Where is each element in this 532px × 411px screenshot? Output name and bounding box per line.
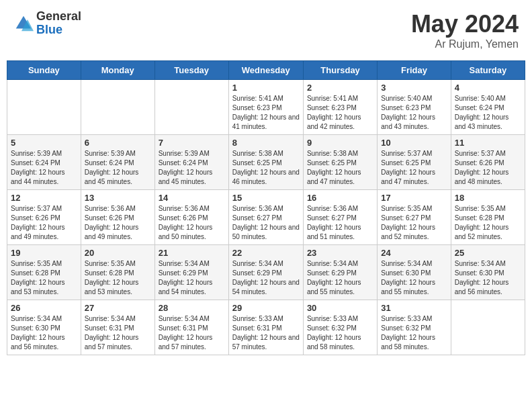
day-info: Sunrise: 5:34 AM Sunset: 6:30 PM Dayligh… <box>381 259 447 297</box>
day-info: Sunrise: 5:38 AM Sunset: 6:25 PM Dayligh… <box>307 149 373 187</box>
day-number: 16 <box>307 193 373 203</box>
calendar-cell: 27Sunrise: 5:34 AM Sunset: 6:31 PM Dayli… <box>81 300 154 355</box>
page-header: General Blue May 2024 Ar Rujum, Yemen <box>7 7 525 54</box>
day-info: Sunrise: 5:33 AM Sunset: 6:31 PM Dayligh… <box>232 314 300 352</box>
day-info: Sunrise: 5:36 AM Sunset: 6:26 PM Dayligh… <box>85 204 151 242</box>
calendar-cell: 23Sunrise: 5:34 AM Sunset: 6:29 PM Dayli… <box>303 245 377 300</box>
day-of-week-header: Wednesday <box>228 61 303 80</box>
calendar-week-row: 5Sunrise: 5:39 AM Sunset: 6:24 PM Daylig… <box>7 135 525 190</box>
day-of-week-header: Friday <box>378 61 451 80</box>
day-number: 3 <box>381 83 447 93</box>
calendar-cell: 19Sunrise: 5:35 AM Sunset: 6:28 PM Dayli… <box>7 245 81 300</box>
day-number: 4 <box>455 83 521 93</box>
day-info: Sunrise: 5:35 AM Sunset: 6:28 PM Dayligh… <box>455 204 521 242</box>
calendar-cell: 17Sunrise: 5:35 AM Sunset: 6:27 PM Dayli… <box>378 190 451 245</box>
calendar-cell: 4Sunrise: 5:40 AM Sunset: 6:24 PM Daylig… <box>451 80 525 135</box>
calendar-cell: 28Sunrise: 5:34 AM Sunset: 6:31 PM Dayli… <box>154 300 228 355</box>
day-of-week-header: Thursday <box>303 61 377 80</box>
day-number: 14 <box>159 193 225 203</box>
calendar-cell: 24Sunrise: 5:34 AM Sunset: 6:30 PM Dayli… <box>378 245 451 300</box>
day-number: 5 <box>11 138 77 148</box>
day-info: Sunrise: 5:33 AM Sunset: 6:32 PM Dayligh… <box>381 314 447 352</box>
day-info: Sunrise: 5:37 AM Sunset: 6:25 PM Dayligh… <box>381 149 447 187</box>
calendar-header-row: SundayMondayTuesdayWednesdayThursdayFrid… <box>7 61 525 80</box>
day-info: Sunrise: 5:34 AM Sunset: 6:29 PM Dayligh… <box>232 259 300 297</box>
calendar-cell: 21Sunrise: 5:34 AM Sunset: 6:29 PM Dayli… <box>154 245 228 300</box>
day-number: 25 <box>455 248 521 258</box>
calendar-cell: 26Sunrise: 5:34 AM Sunset: 6:30 PM Dayli… <box>7 300 81 355</box>
day-number: 2 <box>307 83 373 93</box>
day-number: 15 <box>232 193 300 203</box>
day-number: 17 <box>381 193 447 203</box>
calendar-table: SundayMondayTuesdayWednesdayThursdayFrid… <box>7 60 525 355</box>
day-info: Sunrise: 5:36 AM Sunset: 6:27 PM Dayligh… <box>307 204 373 242</box>
calendar-cell: 12Sunrise: 5:37 AM Sunset: 6:26 PM Dayli… <box>7 190 81 245</box>
calendar-cell: 11Sunrise: 5:37 AM Sunset: 6:26 PM Dayli… <box>451 135 525 190</box>
calendar-cell: 6Sunrise: 5:39 AM Sunset: 6:24 PM Daylig… <box>81 135 154 190</box>
calendar-cell: 25Sunrise: 5:34 AM Sunset: 6:30 PM Dayli… <box>451 245 525 300</box>
day-info: Sunrise: 5:34 AM Sunset: 6:30 PM Dayligh… <box>11 314 77 352</box>
day-info: Sunrise: 5:34 AM Sunset: 6:29 PM Dayligh… <box>159 259 225 297</box>
logo-blue-text: Blue <box>36 24 81 37</box>
logo-icon <box>13 13 34 34</box>
day-number: 26 <box>11 303 77 313</box>
day-info: Sunrise: 5:35 AM Sunset: 6:28 PM Dayligh… <box>11 259 77 297</box>
day-number: 6 <box>85 138 151 148</box>
calendar-cell: 8Sunrise: 5:38 AM Sunset: 6:25 PM Daylig… <box>228 135 303 190</box>
day-info: Sunrise: 5:34 AM Sunset: 6:31 PM Dayligh… <box>159 314 225 352</box>
title-area: May 2024 Ar Rujum, Yemen <box>411 10 519 50</box>
day-number: 30 <box>307 303 373 313</box>
day-info: Sunrise: 5:36 AM Sunset: 6:27 PM Dayligh… <box>232 204 300 242</box>
calendar-cell: 30Sunrise: 5:33 AM Sunset: 6:32 PM Dayli… <box>303 300 377 355</box>
calendar-week-row: 26Sunrise: 5:34 AM Sunset: 6:30 PM Dayli… <box>7 300 525 355</box>
day-number: 7 <box>159 138 225 148</box>
calendar-cell: 29Sunrise: 5:33 AM Sunset: 6:31 PM Dayli… <box>228 300 303 355</box>
day-info: Sunrise: 5:34 AM Sunset: 6:30 PM Dayligh… <box>455 259 521 297</box>
calendar-cell: 15Sunrise: 5:36 AM Sunset: 6:27 PM Dayli… <box>228 190 303 245</box>
day-number: 1 <box>232 83 300 93</box>
calendar-cell: 18Sunrise: 5:35 AM Sunset: 6:28 PM Dayli… <box>451 190 525 245</box>
day-info: Sunrise: 5:33 AM Sunset: 6:32 PM Dayligh… <box>307 314 373 352</box>
day-number: 18 <box>455 193 521 203</box>
calendar-cell: 2Sunrise: 5:41 AM Sunset: 6:23 PM Daylig… <box>303 80 377 135</box>
calendar-cell: 20Sunrise: 5:35 AM Sunset: 6:28 PM Dayli… <box>81 245 154 300</box>
day-number: 29 <box>232 303 300 313</box>
logo-general-text: General <box>36 10 81 24</box>
day-info: Sunrise: 5:37 AM Sunset: 6:26 PM Dayligh… <box>455 149 521 187</box>
day-info: Sunrise: 5:39 AM Sunset: 6:24 PM Dayligh… <box>159 149 225 187</box>
day-info: Sunrise: 5:35 AM Sunset: 6:27 PM Dayligh… <box>381 204 447 242</box>
day-number: 24 <box>381 248 447 258</box>
day-info: Sunrise: 5:37 AM Sunset: 6:26 PM Dayligh… <box>11 204 77 242</box>
calendar-cell <box>154 80 228 135</box>
calendar-cell <box>451 300 525 355</box>
day-number: 21 <box>159 248 225 258</box>
day-info: Sunrise: 5:34 AM Sunset: 6:29 PM Dayligh… <box>307 259 373 297</box>
day-info: Sunrise: 5:34 AM Sunset: 6:31 PM Dayligh… <box>85 314 151 352</box>
day-number: 8 <box>232 138 300 148</box>
day-number: 10 <box>381 138 447 148</box>
day-of-week-header: Sunday <box>7 61 81 80</box>
day-number: 20 <box>85 248 151 258</box>
calendar-cell: 9Sunrise: 5:38 AM Sunset: 6:25 PM Daylig… <box>303 135 377 190</box>
day-info: Sunrise: 5:39 AM Sunset: 6:24 PM Dayligh… <box>11 149 77 187</box>
day-info: Sunrise: 5:39 AM Sunset: 6:24 PM Dayligh… <box>85 149 151 187</box>
day-number: 11 <box>455 138 521 148</box>
day-number: 13 <box>85 193 151 203</box>
day-info: Sunrise: 5:35 AM Sunset: 6:28 PM Dayligh… <box>85 259 151 297</box>
calendar-cell: 14Sunrise: 5:36 AM Sunset: 6:26 PM Dayli… <box>154 190 228 245</box>
calendar-cell: 31Sunrise: 5:33 AM Sunset: 6:32 PM Dayli… <box>378 300 451 355</box>
day-info: Sunrise: 5:38 AM Sunset: 6:25 PM Dayligh… <box>232 149 300 187</box>
location-text: Ar Rujum, Yemen <box>411 38 519 50</box>
day-number: 19 <box>11 248 77 258</box>
calendar-week-row: 12Sunrise: 5:37 AM Sunset: 6:26 PM Dayli… <box>7 190 525 245</box>
day-number: 22 <box>232 248 300 258</box>
month-title: May 2024 <box>411 10 519 38</box>
day-number: 27 <box>85 303 151 313</box>
day-info: Sunrise: 5:36 AM Sunset: 6:26 PM Dayligh… <box>159 204 225 242</box>
logo-text: General Blue <box>36 10 81 37</box>
day-of-week-header: Saturday <box>451 61 525 80</box>
calendar-cell: 16Sunrise: 5:36 AM Sunset: 6:27 PM Dayli… <box>303 190 377 245</box>
calendar-cell: 10Sunrise: 5:37 AM Sunset: 6:25 PM Dayli… <box>378 135 451 190</box>
calendar-cell <box>7 80 81 135</box>
day-number: 23 <box>307 248 373 258</box>
